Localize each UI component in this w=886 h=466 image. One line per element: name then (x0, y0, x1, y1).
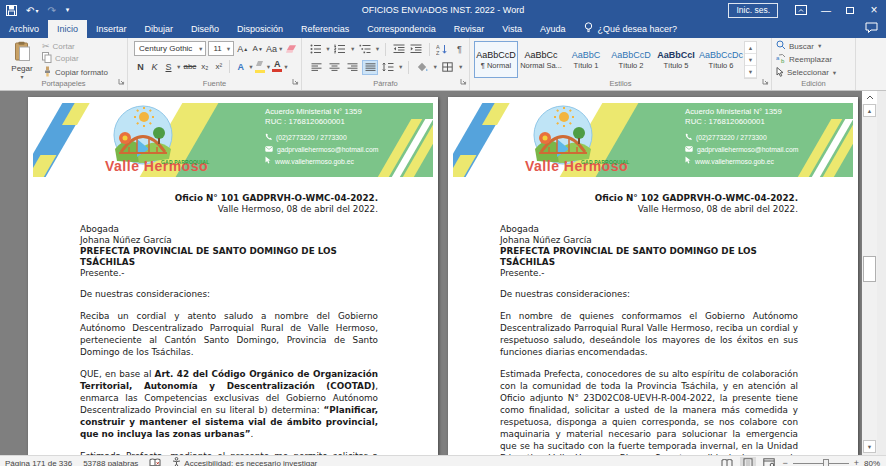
clear-formatting-icon[interactable] (285, 41, 298, 56)
format-painter-button[interactable]: Copiar formato (42, 66, 108, 79)
envelope-icon (685, 144, 693, 156)
print-layout-icon[interactable] (740, 457, 756, 466)
zoom-level[interactable]: 80% (864, 459, 884, 466)
styles-scroll-up-icon[interactable]: ▲ (745, 42, 756, 54)
comments-icon[interactable] (865, 22, 878, 35)
collapse-ribbon-icon[interactable] (862, 91, 877, 104)
grow-font-button[interactable]: A▲ (236, 41, 249, 56)
cut-button[interactable]: ✂Cortar (42, 41, 108, 51)
web-layout-icon[interactable] (761, 457, 777, 466)
styles-dialog-launcher-icon[interactable] (762, 71, 769, 89)
style-normal[interactable]: AaBbCcD¶ Normal (474, 41, 518, 78)
strikethrough-button[interactable]: abc (182, 59, 197, 74)
numbering-icon[interactable] (333, 42, 348, 57)
show-marks-icon[interactable]: ¶ (452, 42, 467, 57)
paste-button[interactable]: Pegar ▾ (4, 41, 40, 79)
find-button[interactable]: Buscar▼ (776, 40, 853, 52)
close-button[interactable]: × (862, 0, 886, 20)
style-titulo-5[interactable]: AaBbCcITítulo 5 (654, 41, 698, 78)
tell-me-search[interactable]: ¿Qué desea hacer? (584, 20, 677, 38)
page-indicator[interactable]: Página 171 de 336 (5, 459, 72, 466)
change-case-button[interactable]: Aa▼ (266, 41, 283, 56)
scrollbar-thumb[interactable] (863, 256, 876, 282)
font-dialog-launcher-icon[interactable] (292, 71, 299, 89)
style-titulo-2[interactable]: AaBbCcDTítulo 2 (609, 41, 653, 78)
tab-inicio[interactable]: Inicio (48, 20, 87, 38)
ribbon-display-options-icon[interactable] (788, 0, 814, 20)
tab-diseno[interactable]: Diseño (182, 20, 228, 38)
zoom-slider-thumb[interactable] (823, 459, 829, 466)
styles-more-icon[interactable]: ▼ (745, 66, 756, 78)
tab-disposicion[interactable]: Disposición (228, 20, 292, 38)
zoom-in-button[interactable]: + (854, 458, 859, 466)
copy-button[interactable]: Copiar (42, 52, 108, 65)
subscript-button[interactable]: x₂ (198, 59, 211, 74)
underline-button[interactable]: S (162, 59, 175, 74)
sign-in-button[interactable]: Inic. ses. (728, 3, 778, 18)
select-button[interactable]: Seleccionar▼ (776, 67, 853, 79)
document-page-1[interactable]: Valle Hermoso GAD PARROQUIAL Acuerdo Min… (28, 97, 438, 455)
letter-body: Oficio N° 102 GADPRVH-O-WMC-04-2022. Val… (448, 177, 858, 455)
paragraph: QUE, en base al Art. 42 del Código Orgán… (80, 368, 378, 440)
tab-ayuda[interactable]: Ayuda (531, 20, 574, 38)
multilevel-list-icon[interactable] (357, 42, 372, 57)
scroll-up-icon[interactable]: ▲ (863, 104, 876, 117)
tab-archivo[interactable]: Archivo (0, 20, 48, 38)
cursor-arrow-icon (265, 156, 271, 168)
font-color-button[interactable]: A (272, 61, 282, 72)
document-page-2[interactable]: Valle Hermoso GAD PARROQUIAL Acuerdo Min… (448, 97, 858, 455)
italic-button[interactable]: K (148, 59, 161, 74)
text-effects-button[interactable]: A (234, 59, 247, 74)
replace-button[interactable]: ab Reemplazar (776, 53, 853, 65)
clipboard-dialog-launcher-icon[interactable] (118, 71, 125, 89)
justify-icon[interactable] (362, 60, 378, 75)
borders-icon[interactable] (440, 60, 456, 75)
shrink-font-button[interactable]: A▼ (251, 41, 264, 56)
tab-correspondencia[interactable]: Correspondencia (358, 20, 445, 38)
vertical-scrollbar[interactable]: ▲ ▼ (862, 91, 877, 455)
style-titulo-6[interactable]: AaBbCcDcTítulo 6 (699, 41, 743, 78)
styles-scroll-down-icon[interactable]: ▼ (745, 54, 756, 66)
tab-insertar[interactable]: Insertar (87, 20, 136, 38)
replace-icon: ab (776, 53, 786, 65)
align-center-icon[interactable] (326, 60, 342, 75)
font-size-combo[interactable]: 11▼ (208, 41, 234, 56)
ribbon-right-spacer (856, 38, 886, 90)
tab-vista[interactable]: Vista (493, 20, 531, 38)
highlight-color-button[interactable] (255, 61, 265, 73)
phone-line: (02)2773220 / 2773300 (265, 132, 378, 144)
scissors-icon: ✂ (42, 41, 50, 51)
proofing-icon[interactable] (149, 458, 161, 466)
minimize-button[interactable]: — (814, 0, 838, 20)
word-count[interactable]: 53788 palabras (83, 459, 138, 466)
font-family-combo[interactable]: Century Gothic▼ (134, 41, 206, 56)
zoom-out-button[interactable]: − (782, 458, 787, 466)
bullets-icon[interactable] (308, 42, 323, 57)
tab-referencias[interactable]: Referencias (292, 20, 358, 38)
paragraph: Reciba un cordial y atento saludo a nomb… (80, 310, 378, 358)
bold-button[interactable]: N (134, 59, 147, 74)
line-spacing-icon[interactable] (380, 60, 396, 75)
increase-indent-icon[interactable] (408, 42, 423, 57)
zoom-slider[interactable] (793, 457, 849, 466)
superscript-button[interactable]: x² (212, 59, 225, 74)
style-titulo-1[interactable]: AaBbCTítulo 1 (564, 41, 608, 78)
tab-dibujar[interactable]: Dibujar (136, 20, 183, 38)
letterhead-info: Acuerdo Ministerial N° 1359 RUC : 176812… (265, 107, 378, 168)
tab-revisar[interactable]: Revisar (445, 20, 494, 38)
style-normal-sa[interactable]: AaBbCcNormal Sa... (519, 41, 563, 78)
decrease-indent-icon[interactable] (391, 42, 406, 57)
align-left-icon[interactable] (308, 60, 324, 75)
accessibility-icon (172, 457, 181, 466)
salutation: De nuestras consideraciones: (80, 289, 378, 300)
group-edicion: Buscar▼ ab Reemplazar Seleccionar▼ Edici… (772, 38, 856, 90)
sort-icon[interactable]: AZ (435, 42, 450, 57)
paragraph-dialog-launcher-icon[interactable] (460, 71, 467, 89)
scroll-down-icon[interactable]: ▼ (863, 440, 876, 453)
accessibility-status[interactable]: Accesibilidad: es necesario investigar (172, 457, 317, 466)
align-right-icon[interactable] (344, 60, 360, 75)
shading-icon[interactable] (414, 60, 430, 75)
copy-icon (42, 52, 52, 65)
restore-button[interactable] (838, 0, 862, 20)
read-mode-icon[interactable] (719, 457, 735, 466)
